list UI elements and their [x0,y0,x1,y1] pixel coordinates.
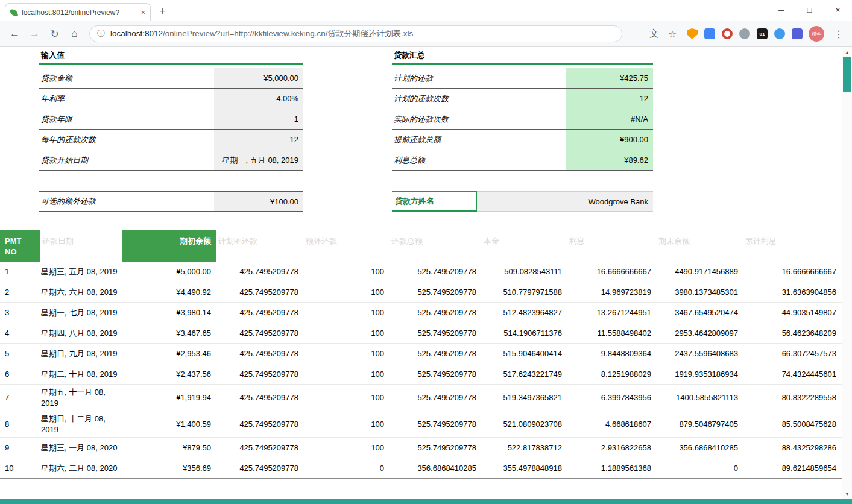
cell-cumulative-interest: 80.8322289558 [743,390,841,406]
table-row: 贷款金额¥5,000.00 [39,68,303,89]
cell-principal: 509.0828543111 [481,264,567,280]
gray-tool-extension-icon[interactable] [739,28,750,39]
row-label: 提前还款总额 [392,130,566,150]
forward-icon[interactable]: → [25,28,45,40]
cell-beginning-balance: ¥4,490.92 [122,285,216,300]
cell-ending-balance: 1400.5855821113 [656,390,743,406]
cell-cumulative-interest: 89.6214859654 [743,461,841,476]
cell-scheduled-payment: 425.7495209778 [216,305,303,321]
browser-toolbar: ← → ↻ ⌂ ⓘ localhost:8012/onlinePreview?u… [0,21,852,47]
table-row: 2星期六, 六月 08, 2019¥4,490.92425.7495209778… [0,282,842,303]
tab-close-icon[interactable]: × [140,8,145,17]
cell-cumulative-interest: 85.5008475628 [743,417,841,432]
bookmark-star-icon[interactable]: ☆ [666,28,678,40]
row-value: #N/A [566,109,653,129]
table-row: 6星期二, 十月 08, 2019¥2,437.56425.7495209778… [0,364,842,385]
translate-ext-extension-icon[interactable] [704,28,715,39]
reload-icon[interactable]: ↻ [45,28,65,40]
cell-interest: 14.969723819 [567,285,656,300]
table-row: 1星期三, 五月 08, 2019¥5,000.00425.7495209778… [0,262,842,282]
browser-tab[interactable]: localhost:8012/onlinePreview? × [5,3,151,21]
column-header-ending-balance: 期末余额 [656,230,743,262]
row-label: 计划的还款 [392,68,566,88]
home-icon[interactable]: ⌂ [65,28,84,40]
scroll-up-icon[interactable]: ▲ [842,47,852,57]
address-bar[interactable]: ⓘ localhost:8012/onlinePreview?url=http:… [89,25,622,42]
profile-avatar[interactable]: 精华 [809,26,824,42]
cell-principal: 521.0809023708 [481,417,567,432]
url-text: localhost:8012/onlinePreview?url=http://… [110,28,413,39]
window-close-button[interactable]: × [824,0,852,20]
cell-extra-payment: 100 [303,346,389,362]
cell-extra-payment: 100 [303,367,389,382]
tab-title: localhost:8012/onlinePreview? [22,8,137,17]
cell-payment-date: 星期日, 十二月 08, 2019 [40,411,122,437]
cell-scheduled-payment: 425.7495209778 [216,440,303,456]
cell-extra-payment: 100 [303,326,389,341]
table-row: 4星期四, 八月 08, 2019¥3,467.65425.7495209778… [0,323,842,344]
bird-extension-icon[interactable] [792,28,803,39]
cell-payment-date: 星期三, 一月 08, 2020 [40,440,122,456]
back-icon[interactable]: ← [5,28,25,40]
horizontal-scroll-thumb[interactable] [0,499,852,504]
vertical-scroll-thumb[interactable] [843,57,851,92]
cell-interest: 1.1889561368 [567,461,656,476]
cell-cumulative-interest: 16.6666666667 [743,264,841,280]
loan-summary-table: 计划的还款¥425.75计划的还款次数12实际的还款次数#N/A提前还款总额¥9… [392,68,653,171]
cloud-extension-icon[interactable] [774,28,785,39]
cell-pmt-no: 7 [0,390,40,406]
column-header-extra-payment: 额外还款 [303,230,389,262]
table-row: 贷款年限1 [39,109,303,130]
cell-beginning-balance: ¥1,919.94 [122,390,216,406]
row-label: 贷款方姓名 [392,191,477,212]
cell-scheduled-payment: 425.7495209778 [216,461,303,476]
page-info-icon[interactable]: ⓘ [97,28,105,39]
cell-total-payment: 356.6868410285 [389,461,481,476]
toolbar-trailing-icons: 文 ☆ 01 精华 ⋮ [648,21,847,46]
browser-menu-icon[interactable]: ⋮ [830,28,847,40]
table-row: 每年的还款次数12 [39,130,303,150]
cell-total-payment: 525.7495209778 [389,440,481,456]
cell-scheduled-payment: 425.7495209778 [216,285,303,300]
table-row: 利息总额¥89.62 [392,150,653,171]
opera-extension-icon[interactable] [722,28,733,39]
url-host: localhost:8012 [110,29,163,38]
scroll-down-icon[interactable]: ▼ [842,489,852,499]
cell-beginning-balance: ¥356.69 [122,461,216,476]
cell-beginning-balance: ¥1,400.59 [122,417,216,432]
cell-principal: 510.7797971588 [481,285,567,300]
vertical-scrollbar[interactable]: ▲ ▼ [842,47,852,499]
translate-icon[interactable]: 文 [648,28,660,40]
column-header-total-payment: 还款总额 [389,230,481,262]
cell-principal: 519.3497365821 [481,390,567,406]
shield-extension-icon[interactable] [687,28,698,39]
column-header-scheduled-payment: 计划的还款 [216,230,303,262]
extension-icons: 01 [687,28,803,39]
table-row: 计划的还款次数12 [392,89,653,109]
cell-total-payment: 525.7495209778 [389,305,481,321]
cell-cumulative-interest: 74.4324445601 [743,367,841,382]
new-tab-button[interactable]: + [159,5,166,18]
table-header-row: PMT NO还款日期期初余额计划的还款额外还款还款总额本金利息期末余额累计利息 [0,230,842,262]
row-label: 计划的还款次数 [392,89,566,109]
cell-beginning-balance: ¥5,000.00 [122,264,216,280]
01-badge-extension-icon[interactable]: 01 [757,28,768,39]
row-value: 4.00% [214,89,303,109]
cell-interest: 6.3997843956 [567,390,656,406]
cell-interest: 11.5588498402 [567,326,656,341]
row-value: 1 [214,109,303,129]
row-value: ¥89.62 [566,150,653,170]
cell-ending-balance: 2437.5596408683 [656,346,743,362]
window-maximize-button[interactable]: □ [795,0,824,20]
cell-ending-balance: 1919.9353186934 [656,367,743,382]
cell-payment-date: 星期四, 八月 08, 2019 [40,326,122,341]
column-header-beginning-balance: 期初余额 [122,230,216,262]
cell-pmt-no: 4 [0,326,40,341]
cell-extra-payment: 100 [303,390,389,406]
row-value: 12 [566,89,653,109]
window-minimize-button[interactable]: ─ [767,0,795,20]
section-title-summary: 贷款汇总 [392,51,653,65]
table-row: 贷款方姓名 Woodgrove Bank [392,191,653,212]
table-row: 9星期三, 一月 08, 2020¥879.50425.749520977810… [0,438,842,458]
table-row: 实际的还款次数#N/A [392,109,653,130]
